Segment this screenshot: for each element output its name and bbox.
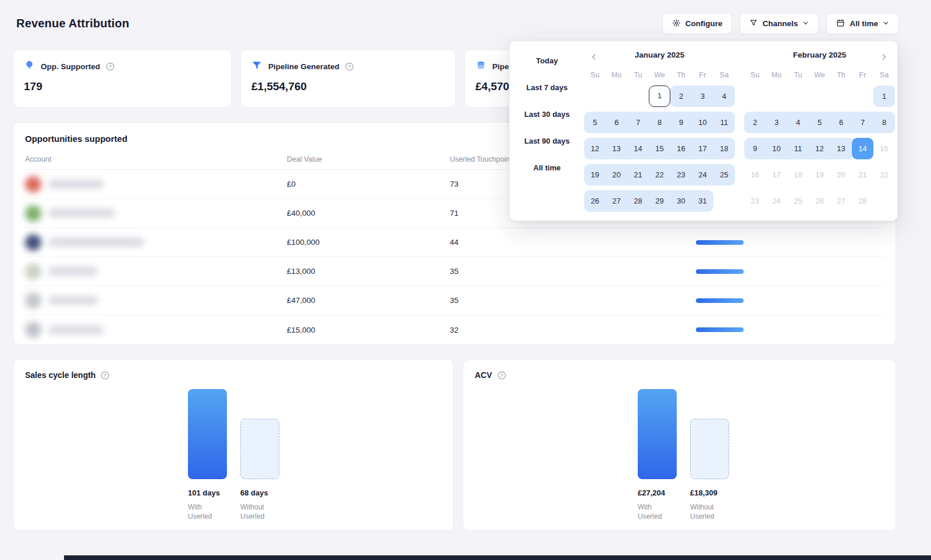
day-cell[interactable]: 8 xyxy=(873,112,895,133)
table-row[interactable]: £15,00032 xyxy=(25,315,884,344)
bar-series: With Userled xyxy=(188,502,222,521)
help-icon[interactable]: ? xyxy=(498,371,506,380)
day-cell: 26 xyxy=(809,190,830,212)
day-cell[interactable]: 15 xyxy=(649,138,670,159)
help-icon[interactable]: ? xyxy=(345,62,354,71)
table-row[interactable]: £100,00044 xyxy=(25,228,884,257)
day-cell[interactable]: 10 xyxy=(766,138,787,159)
labels: 101 daysWith Userled68 daysWithout Userl… xyxy=(188,488,279,521)
day-cell[interactable]: 6 xyxy=(606,112,627,133)
day-cell[interactable]: 24 xyxy=(692,164,713,186)
day-cell[interactable]: 2 xyxy=(744,112,766,133)
day-cell[interactable]: 5 xyxy=(584,112,606,133)
bar-series: Without Userled xyxy=(690,502,724,521)
day-cell[interactable]: 9 xyxy=(670,112,692,133)
preset-last-90-days[interactable]: Last 90 days xyxy=(524,137,570,145)
day-cell[interactable]: 27 xyxy=(606,190,627,212)
acv-chart: £27,204With Userled£18,309Without Userle… xyxy=(638,389,729,521)
day-cell[interactable]: 21 xyxy=(627,164,649,186)
empty-day-cell xyxy=(744,85,766,107)
day-cell[interactable]: 11 xyxy=(787,138,809,159)
account-name-redacted xyxy=(48,326,104,334)
day-cell: 18 xyxy=(787,164,809,186)
day-cell: 17 xyxy=(766,164,787,186)
day-cell[interactable]: 5 xyxy=(809,112,830,133)
account-name-redacted xyxy=(48,267,98,276)
day-cell[interactable]: 26 xyxy=(584,190,606,212)
weekday-label: Tu xyxy=(627,69,649,81)
day-cell[interactable]: 10 xyxy=(692,112,713,133)
help-icon[interactable]: ? xyxy=(106,62,115,71)
table-row[interactable]: £47,00035 xyxy=(25,286,884,315)
day-cell[interactable]: 4 xyxy=(713,85,735,107)
day-cell[interactable]: 28 xyxy=(627,190,649,212)
day-cell[interactable]: 13 xyxy=(606,138,627,159)
bar-series: Without Userled xyxy=(240,502,274,521)
bottom-edge-bar xyxy=(64,555,931,560)
day-cell[interactable]: 19 xyxy=(584,164,606,186)
weekday-label: Mo xyxy=(766,69,787,81)
day-cell[interactable]: 11 xyxy=(713,112,735,133)
calendar-next-button[interactable] xyxy=(876,51,891,63)
help-icon[interactable]: ? xyxy=(101,371,109,380)
day-cell[interactable]: 7 xyxy=(852,112,873,133)
day-cell[interactable]: 29 xyxy=(649,190,670,212)
month-title: February 2025 xyxy=(744,51,895,61)
day-cell[interactable]: 14 xyxy=(852,138,873,159)
channels-button[interactable]: Channels xyxy=(740,13,819,34)
day-cell: 24 xyxy=(766,190,787,212)
preset-today[interactable]: Today xyxy=(536,56,557,65)
touchpoints-cell: 35 xyxy=(450,267,696,276)
weekday-label: Th xyxy=(670,69,692,81)
sales-cycle-title: Sales cycle length xyxy=(25,370,95,380)
day-cell[interactable]: 2 xyxy=(670,85,692,107)
day-cell[interactable]: 25 xyxy=(713,164,735,186)
column-account: Account xyxy=(25,155,287,163)
column-deal-value: Deal Value xyxy=(287,155,450,163)
day-cell[interactable]: 31 xyxy=(692,190,713,212)
deal-value-cell: £13,000 xyxy=(287,267,450,276)
empty-day-cell xyxy=(809,85,830,107)
day-cell[interactable]: 23 xyxy=(670,164,692,186)
day-cell[interactable]: 13 xyxy=(830,138,852,159)
day-cell[interactable]: 20 xyxy=(606,164,627,186)
day-cell[interactable]: 17 xyxy=(692,138,713,159)
day-cell[interactable]: 18 xyxy=(713,138,735,159)
account-avatar xyxy=(25,293,41,309)
calendar-icon xyxy=(836,19,845,29)
kpi-label: Pipeline Generated xyxy=(268,62,339,71)
kpi-value: £1,554,760 xyxy=(251,80,445,93)
table-row[interactable]: £13,00035 xyxy=(25,257,884,286)
day-cell[interactable]: 4 xyxy=(787,112,809,133)
day-cell[interactable]: 6 xyxy=(830,112,852,133)
weekday-label: Sa xyxy=(713,69,735,81)
day-cell[interactable]: 8 xyxy=(649,112,670,133)
day-cell[interactable]: 3 xyxy=(766,112,787,133)
day-cell[interactable]: 14 xyxy=(627,138,649,159)
bar-without-userled xyxy=(690,419,729,479)
calendar-prev-button[interactable] xyxy=(587,51,602,63)
weekday-label: Fr xyxy=(852,69,873,81)
day-cell: 20 xyxy=(830,164,852,186)
month-grid: SuMoTuWeThFrSa12345678910111213141516171… xyxy=(584,69,735,212)
day-cell[interactable]: 12 xyxy=(809,138,830,159)
day-cell[interactable]: 3 xyxy=(692,85,713,107)
header: Revenue Attribution Configure Channels xyxy=(0,0,931,44)
date-range-button[interactable]: All time xyxy=(826,13,899,34)
day-cell[interactable]: 1 xyxy=(649,85,670,107)
day-cell[interactable]: 7 xyxy=(627,112,649,133)
day-cell[interactable]: 22 xyxy=(649,164,670,186)
day-cell[interactable]: 30 xyxy=(670,190,692,212)
day-cell[interactable]: 1 xyxy=(873,85,895,107)
date-range-popup: TodayLast 7 daysLast 30 daysLast 90 days… xyxy=(509,41,898,221)
deal-value-cell: £40,000 xyxy=(287,209,450,217)
preset-last-30-days[interactable]: Last 30 days xyxy=(524,110,570,119)
day-cell[interactable]: 16 xyxy=(670,138,692,159)
kpi-label: Pipe xyxy=(492,62,509,71)
preset-last-7-days[interactable]: Last 7 days xyxy=(527,83,568,92)
configure-button[interactable]: Configure xyxy=(662,13,733,34)
day-cell[interactable]: 12 xyxy=(584,138,606,159)
day-cell[interactable]: 9 xyxy=(744,138,766,159)
preset-all-time[interactable]: All time xyxy=(534,163,561,172)
day-cell: 16 xyxy=(744,164,766,186)
